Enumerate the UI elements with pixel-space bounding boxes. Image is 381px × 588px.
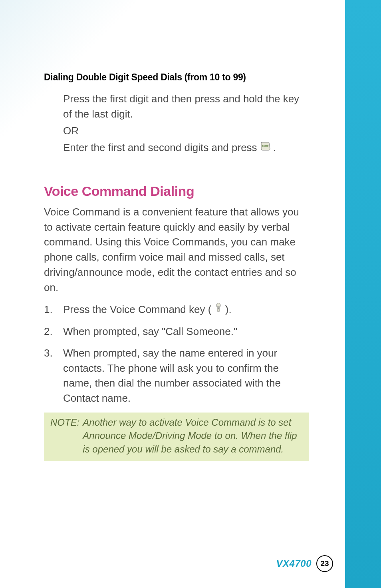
step-3: When prompted, say the name entered in y… — [44, 346, 309, 406]
or-text: OR — [63, 125, 309, 137]
voice-command-heading: Voice Command Dialing — [44, 183, 309, 199]
right-color-bar — [345, 0, 381, 588]
note-box: NOTE: Another way to activate Voice Comm… — [44, 413, 309, 462]
speed-dial-para2: Enter the first and second digits and pr… — [63, 140, 309, 155]
page-number: 23 — [316, 555, 333, 572]
step-1: Press the Voice Command key ( ). — [44, 302, 309, 318]
svg-rect-3 — [218, 307, 219, 309]
page-wrapper: Dialing Double Digit Speed Dials (from 1… — [0, 0, 381, 588]
content-area: Dialing Double Digit Speed Dials (from 1… — [0, 0, 345, 588]
svg-text:SEND: SEND — [262, 145, 268, 147]
step1-after: ). — [225, 303, 232, 315]
send-key-icon: SEND — [260, 140, 271, 155]
note-text: Another way to activate Voice Command is… — [83, 416, 303, 456]
step1-before: Press the Voice Command key ( — [63, 303, 211, 315]
footer-model: VX4700 — [276, 558, 312, 569]
speed-dial-para1: Press the first digit and then press and… — [63, 92, 309, 122]
speed-dial-para2-before: Enter the first and second digits and pr… — [63, 140, 257, 155]
page-footer: VX4700 23 — [276, 555, 333, 572]
voice-command-steps: Press the Voice Command key ( ). When pr… — [44, 302, 309, 406]
speed-dial-para2-after: . — [273, 140, 276, 155]
step-2: When prompted, say "Call Someone." — [44, 324, 309, 339]
voice-command-key-icon — [215, 303, 222, 318]
note-label: NOTE: — [50, 416, 79, 456]
speed-dial-heading: Dialing Double Digit Speed Dials (from 1… — [44, 72, 309, 83]
voice-command-intro: Voice Command is a convenient feature th… — [44, 205, 309, 295]
